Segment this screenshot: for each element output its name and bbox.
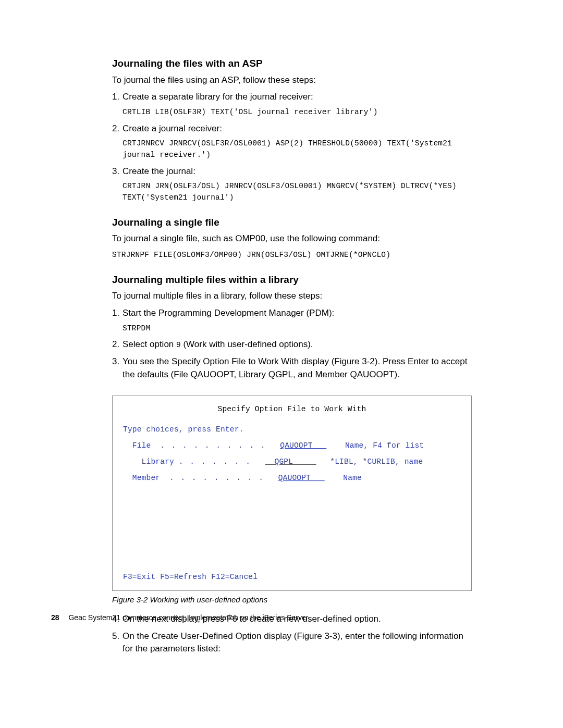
intro-asp: To journal the files using an ASP, follo… bbox=[112, 74, 472, 87]
step-asp-2: Create a journal receiver: CRTJRNRCV JRN… bbox=[123, 122, 472, 161]
terminal-fkeys: F3=Exit F5=Refresh F12=Cancel bbox=[123, 572, 258, 583]
terminal-row-library: Library . . . . . . . QGPL *LIBL, *CURLI… bbox=[123, 456, 461, 467]
page-number: 28 bbox=[51, 613, 59, 622]
step-multi-3: You see the Specify Option File to Work … bbox=[123, 355, 472, 381]
intro-multi: To journal multiple files in a library, … bbox=[112, 290, 472, 303]
heading-single: Journaling a single file bbox=[112, 215, 472, 230]
terminal-row-file: File . . . . . . . . . . QAUOOPT Name, F… bbox=[123, 440, 461, 451]
footer-title: Geac System21 commerce.connect: Implemen… bbox=[68, 613, 308, 622]
figure-caption: Figure 3-2 Working with user-defined opt… bbox=[112, 594, 472, 606]
page-footer: 28 Geac System21 commerce.connect: Imple… bbox=[51, 612, 308, 623]
heading-multi: Journaling multiple files within a libra… bbox=[112, 273, 472, 287]
step-multi-2: Select option 9 (Work with user-defined … bbox=[123, 338, 472, 351]
terminal-title: Specify Option File to Work With bbox=[123, 404, 461, 415]
terminal-row-member: Member . . . . . . . . . QAUOOPT Name bbox=[123, 473, 461, 484]
steps-multi-a: Start the Programming Development Manage… bbox=[112, 307, 472, 381]
terminal-screen: Specify Option File to Work With Type ch… bbox=[112, 396, 472, 591]
step-multi-5: 5. On the Create User-Defined Option dis… bbox=[123, 630, 472, 656]
step-asp-1: Create a separate library for the journa… bbox=[123, 91, 472, 118]
terminal-prompt: Type choices, press Enter. bbox=[123, 424, 461, 435]
step-asp-3: Create the journal: CRTJRN JRN(OSLF3/OSL… bbox=[123, 165, 472, 204]
page-body: Journaling the files with an ASP To jour… bbox=[112, 56, 472, 660]
code-single: STRJRNPF FILE(OSLOMF3/OMP00) JRN(OSLF3/O… bbox=[112, 250, 472, 261]
steps-asp: Create a separate library for the journa… bbox=[112, 91, 472, 204]
intro-single: To journal a single file, such as OMP00,… bbox=[112, 232, 472, 245]
step-multi-1: Start the Programming Development Manage… bbox=[123, 307, 472, 334]
heading-asp: Journaling the files with an ASP bbox=[112, 56, 472, 71]
